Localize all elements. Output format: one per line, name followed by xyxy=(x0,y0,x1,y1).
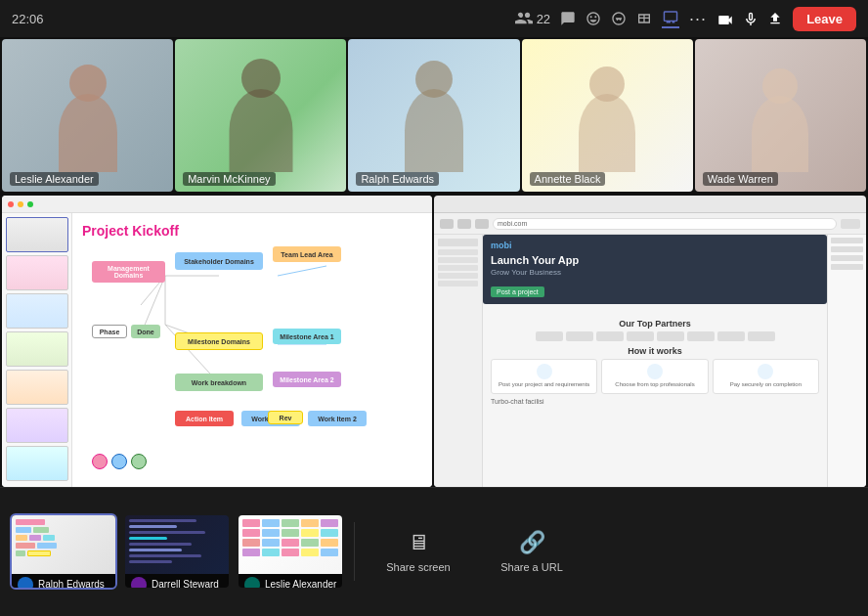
chat-icon[interactable] xyxy=(560,11,576,26)
tray-separator xyxy=(354,522,355,581)
screen-left-header xyxy=(2,196,432,213)
browser-right-sidebar xyxy=(827,235,866,487)
tray-name-ralph: Ralph Edwards xyxy=(38,579,105,590)
mic-toggle-icon[interactable] xyxy=(744,11,758,26)
website-logo: mobi xyxy=(491,241,819,250)
top-bar: 22:06 22 ··· L xyxy=(0,0,868,37)
share-url-label: Share a URL xyxy=(500,561,563,573)
mindmap-node-1: Stakeholder Domains xyxy=(175,252,263,270)
how-card-1-text: Post your project and requirements xyxy=(496,381,592,389)
thumb-flow-lines xyxy=(12,515,115,562)
mindmap-node-3: Work breakdown xyxy=(175,374,263,391)
share-url-icon: 🔗 xyxy=(519,530,545,555)
how-card-2: Choose from top professionals xyxy=(601,359,708,394)
share-screen-label: Share screen xyxy=(386,561,450,573)
screen-share-right: mobi.com mobi Launch You xyxy=(434,196,866,487)
participant-name-wade: Wade Warren xyxy=(703,172,778,186)
how-card-1: Post your project and requirements xyxy=(491,359,597,394)
kickoff-title: Project Kickoff xyxy=(82,223,422,239)
browser-toolbar: mobi.com xyxy=(434,213,866,235)
mindmap: Management Domains Stakeholder Domains M… xyxy=(82,246,422,471)
participant-name-leslie: Leslie Alexander xyxy=(10,172,99,186)
screen-share-area: Project Kickoff Mana xyxy=(0,194,868,487)
video-tile-marvin: Marvin McKinney xyxy=(175,39,346,192)
mindmap-node-6: Milestone Area 2 xyxy=(273,372,341,387)
howit-title: How it works xyxy=(491,346,819,356)
whiteboard-avatars xyxy=(92,454,147,469)
share-screen-icon: 🖥 xyxy=(408,530,429,555)
tray-thumb-darrell[interactable]: Darrell Steward xyxy=(123,513,231,590)
more-options-icon[interactable]: ··· xyxy=(689,9,707,29)
mindmap-node-5: Milestone Area 1 xyxy=(273,329,341,344)
screen-right-header xyxy=(434,196,866,213)
video-tile-leslie: Leslie Alexander xyxy=(2,39,173,192)
leave-button[interactable]: Leave xyxy=(793,7,856,31)
mindmap-node-2: Milestone Domains xyxy=(175,332,263,350)
share-screen-action[interactable]: 🖥 Share screen xyxy=(365,513,472,590)
target-section-label: Turbo-chat facilisi xyxy=(491,398,819,405)
tray-name-leslie: Leslie Alexander xyxy=(265,579,336,590)
tray-name-darrell: Darrell Steward xyxy=(152,579,219,590)
tray-thumb-ralph[interactable]: Ralph Edwards xyxy=(10,513,117,590)
mindmap-node-10: Phase xyxy=(92,325,127,338)
bottom-tray: Ralph Edwards Darrell Steward xyxy=(0,487,868,614)
mindmap-node-9: Work Item 2 xyxy=(308,411,367,426)
video-tile-wade: Wade Warren xyxy=(695,39,866,192)
layout-icon[interactable] xyxy=(636,11,652,26)
how-card-3-text: Pay securely on completion xyxy=(717,381,814,389)
svg-line-4 xyxy=(278,266,326,276)
browser-left-nav xyxy=(434,235,483,487)
tray-avatar-leslie xyxy=(244,577,260,590)
camera-toggle-icon[interactable] xyxy=(716,11,734,26)
tray-thumb-ralph-preview xyxy=(12,515,115,574)
emoji-icon[interactable] xyxy=(586,11,601,26)
participants-icon[interactable]: 22 xyxy=(515,11,550,26)
how-it-works-cards: Post your project and requirements Choos… xyxy=(491,359,819,394)
tray-participant-bar-leslie: Leslie Alexander xyxy=(239,574,342,590)
mindmap-node-7: Action Item xyxy=(175,411,234,426)
thumb-code-lines xyxy=(125,515,229,570)
share-screen-icon[interactable] xyxy=(662,9,679,28)
mindmap-node-11: Done xyxy=(131,325,160,338)
address-bar: mobi.com xyxy=(493,218,837,230)
tray-thumb-leslie-preview xyxy=(239,515,342,574)
reactions-icon[interactable] xyxy=(611,11,627,26)
participant-name-marvin: Marvin McKinney xyxy=(183,172,275,186)
tray-avatar-ralph xyxy=(18,577,33,590)
screen-right-browser: mobi.com mobi Launch You xyxy=(434,213,866,487)
how-card-3: Pay securely on completion xyxy=(713,359,819,394)
tray-participant-bar-darrell: Darrell Steward xyxy=(125,574,229,590)
participant-name-annette: Annette Black xyxy=(530,172,606,186)
website-body: Our Top Partners How it works xyxy=(483,310,827,409)
browser-main: mobi Launch Your App Grow Your Business … xyxy=(483,235,827,487)
video-grid: Leslie Alexander Marvin McKinney Ralph E… xyxy=(0,37,868,194)
website-hero-title: Launch Your App xyxy=(491,254,819,266)
tray-avatar-darrell xyxy=(131,577,147,590)
participant-count: 22 xyxy=(537,12,550,26)
mindmap-node-12: Rev xyxy=(268,411,303,424)
website-cta: Post a project xyxy=(491,286,544,297)
upload-icon[interactable] xyxy=(767,11,783,26)
participant-name-ralph: Ralph Edwards xyxy=(356,172,439,186)
screen-share-left: Project Kickoff Mana xyxy=(2,196,432,487)
website-hero-subtitle: Grow Your Business xyxy=(491,268,819,277)
top-bar-controls: 22 ··· Leave xyxy=(515,7,856,31)
video-tile-annette: Annette Black xyxy=(522,39,693,192)
mindmap-node-4: Team Lead Area xyxy=(273,246,341,262)
whiteboard-main: Project Kickoff Mana xyxy=(72,213,432,487)
thumb-cal-grid xyxy=(239,515,342,560)
partners-title: Our Top Partners xyxy=(491,319,819,329)
how-card-2-text: Choose from top professionals xyxy=(606,381,703,389)
tray-participant-bar-ralph: Ralph Edwards xyxy=(12,574,115,590)
slide-sidebar xyxy=(2,213,72,487)
website-hero: mobi Launch Your App Grow Your Business … xyxy=(483,235,827,304)
video-tile-ralph: Ralph Edwards xyxy=(348,39,519,192)
share-url-action[interactable]: 🔗 Share a URL xyxy=(478,513,586,590)
partners-logos xyxy=(491,331,819,341)
tray-thumb-darrell-preview xyxy=(125,515,229,574)
screen-left-inner: Project Kickoff Mana xyxy=(2,213,432,487)
tray-thumb-leslie[interactable]: Leslie Alexander xyxy=(237,513,344,590)
mindmap-node-central: Management Domains xyxy=(92,261,165,283)
browser-content: mobi Launch Your App Grow Your Business … xyxy=(434,235,866,487)
time-display: 22:06 xyxy=(12,12,44,26)
